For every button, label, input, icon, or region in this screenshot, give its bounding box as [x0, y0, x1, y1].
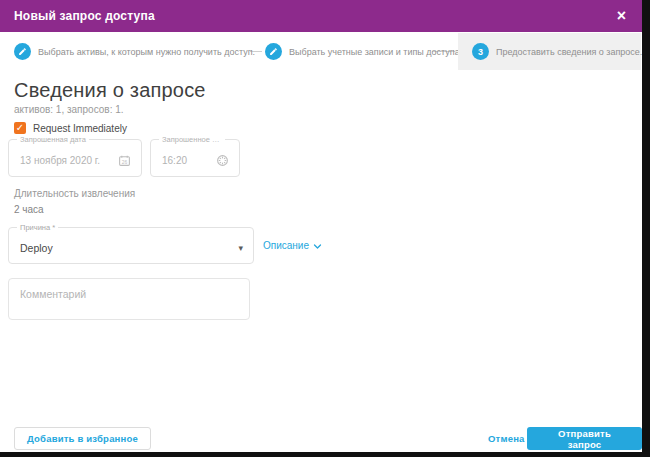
description-toggle-link[interactable]: Описание [263, 240, 322, 251]
cancel-button[interactable]: Отмена [488, 433, 525, 444]
request-immediately-checkbox-row[interactable]: ✓ Request Immediately [14, 122, 127, 134]
chevron-down-icon [313, 242, 322, 251]
submit-request-button[interactable]: Отправить запрос [527, 427, 642, 450]
comment-input[interactable] [8, 278, 250, 320]
reason-value: Deploy [20, 242, 53, 254]
step-provide-details-active[interactable]: 3 Предоставить сведения о запросе. [458, 33, 641, 70]
add-to-favorites-button[interactable]: Добавить в избранное [14, 427, 151, 450]
requested-date-label: Запрошенная дата [17, 135, 89, 144]
reason-select[interactable]: Причина * Deploy ▾ [8, 227, 254, 264]
step-select-accounts[interactable]: Выбрать учетные записи и типы доступа. [265, 33, 462, 70]
requested-time-value: 16:20 [162, 155, 187, 166]
checkbox-checked-icon[interactable]: ✓ [14, 122, 26, 134]
requested-date-field[interactable]: Запрошенная дата 13 ноября 2020 г. 26 [8, 139, 142, 177]
step-label: Выбрать учетные записи и типы доступа. [289, 47, 462, 57]
requested-time-field[interactable]: Запрошенное вр... 16:20 [150, 139, 240, 177]
request-immediately-label: Request Immediately [33, 123, 127, 134]
requested-time-label: Запрошенное вр... [159, 135, 225, 144]
page-title: Сведения о запросе [14, 79, 206, 102]
step-select-assets[interactable]: Выбрать активы, к которым нужно получить… [14, 33, 255, 70]
requested-date-value: 13 ноября 2020 г. [20, 155, 100, 166]
calendar-day-number: 26 [122, 160, 128, 165]
retrieval-duration-label: Длительность извлечения [14, 188, 135, 199]
new-access-request-dialog: Новый запрос доступа × Выбрать активы, к… [0, 0, 642, 452]
retrieval-duration-value: 2 часа [14, 204, 44, 215]
screen-backdrop: Новый запрос доступа × Выбрать активы, к… [0, 0, 650, 457]
close-icon[interactable]: × [615, 8, 628, 24]
dialog-header: Новый запрос доступа × [0, 0, 642, 32]
clock-icon[interactable] [216, 154, 229, 167]
caret-down-icon: ▾ [238, 243, 243, 253]
description-link-label: Описание [263, 240, 309, 251]
dialog-title: Новый запрос доступа [14, 9, 155, 23]
step-number-badge: 3 [472, 43, 489, 60]
step-label: Выбрать активы, к которым нужно получить… [38, 47, 255, 57]
calendar-icon[interactable]: 26 [118, 154, 131, 167]
edit-pencil-icon [14, 43, 31, 60]
edit-pencil-icon [265, 43, 282, 60]
step-label: Предоставить сведения о запросе. [496, 47, 642, 57]
request-summary-text: активов: 1, запросов: 1. [14, 104, 124, 115]
reason-label: Причина * [17, 223, 58, 232]
